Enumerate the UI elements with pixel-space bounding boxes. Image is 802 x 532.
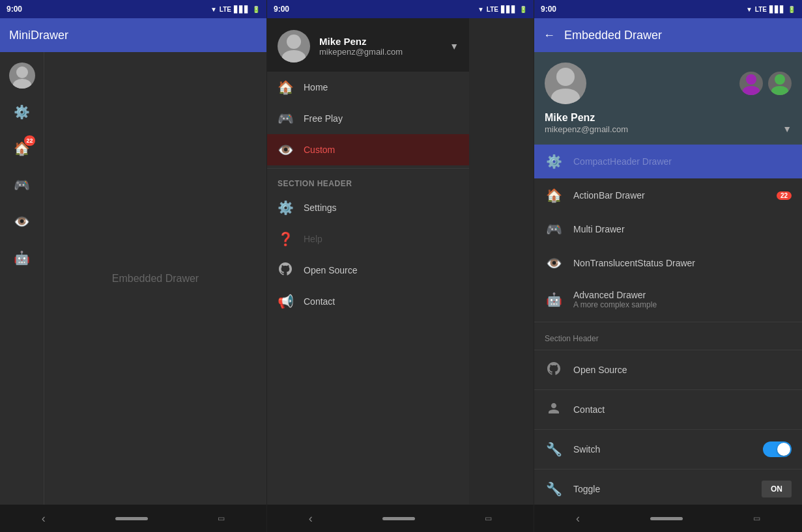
- drawer-user-email: mikepenz@gmail.com: [319, 47, 440, 57]
- svg-point-6: [746, 74, 756, 85]
- rail-item-home[interactable]: 🏠 22: [7, 133, 38, 164]
- nav-item-freeplay[interactable]: 🎮 Free Play: [267, 103, 469, 134]
- battery-icon: 🔋: [252, 6, 260, 13]
- nav-item-settings[interactable]: ⚙️ Settings: [267, 192, 469, 223]
- status-bar-2: 9:00 ▼ LTE ▋▋▋ 🔋: [267, 0, 534, 18]
- time-3: 9:00: [541, 5, 556, 14]
- nav-label-multidrawer: Multi Drawer: [573, 224, 792, 234]
- badge-actionbar: 22: [777, 191, 792, 200]
- nav-label-contact: Contact: [304, 296, 335, 307]
- avatar: [9, 63, 35, 89]
- gear-icon: ⚙️: [14, 104, 30, 120]
- nav-label-home: Home: [304, 82, 328, 92]
- avatar-small-2[interactable]: [768, 72, 792, 95]
- home-indicator-3[interactable]: [650, 517, 683, 520]
- drawer-header: Mike Penz mikepenz@gmail.com ▼: [267, 18, 469, 72]
- nav-label-nontranslucent: NonTranslucentStatus Drawer: [573, 258, 792, 268]
- mini-rail: ⚙️ 🏠 22 🎮 👁️ 🤖: [0, 52, 44, 505]
- megaphone-nav-icon: 📢: [278, 294, 293, 309]
- embedded-nav-actionbar[interactable]: 🏠 ActionBar Drawer 22: [534, 178, 802, 212]
- signal-icon-2: ▋▋▋: [501, 6, 517, 13]
- nav-item-opensource[interactable]: Open Source: [267, 255, 469, 286]
- status-bar-3: 9:00 ▼ LTE ▋▋▋ 🔋: [534, 0, 802, 18]
- embedded-nav-multidrawer[interactable]: 🎮 Multi Drawer: [534, 212, 802, 246]
- divider-3: [534, 322, 802, 322]
- toggle-on-button[interactable]: ON: [762, 481, 792, 497]
- embedded-nav-nontranslucent[interactable]: 👁️ NonTranslucentStatus Drawer: [534, 246, 802, 280]
- embedded-nav-toggle[interactable]: 🔧 Toggle ON: [534, 472, 802, 505]
- rail-item-avatar[interactable]: [7, 60, 38, 91]
- embedded-body: Mike Penz mikepenz@gmail.com ▼ ⚙️ Compac…: [534, 52, 802, 505]
- embedded-nav-contact[interactable]: Contact: [534, 393, 802, 427]
- recents-nav-btn-1[interactable]: ▭: [205, 509, 238, 528]
- back-nav-btn-2[interactable]: ‹: [296, 507, 326, 531]
- svg-point-2: [287, 35, 301, 49]
- back-button-3[interactable]: ←: [543, 29, 555, 42]
- rail-item-eye[interactable]: 👁️: [7, 206, 38, 237]
- nav-item-contact[interactable]: 📢 Contact: [267, 286, 469, 317]
- embedded-section-header: Section Header: [534, 325, 802, 347]
- chevron-down-icon[interactable]: ▼: [450, 41, 459, 51]
- svg-point-1: [13, 79, 31, 89]
- home-nav-icon: 🏠: [278, 79, 293, 95]
- back-nav-btn-1[interactable]: ‹: [29, 507, 59, 531]
- divider-3c: [534, 389, 802, 390]
- svg-point-3: [282, 50, 306, 63]
- embedded-user-name: Mike Penz: [545, 112, 792, 124]
- robot-embedded-icon: 🤖: [545, 292, 563, 307]
- battery-icon-2: 🔋: [519, 6, 527, 13]
- embedded-nav-opensource[interactable]: Open Source: [534, 353, 802, 387]
- toolbar-1: MiniDrawer: [0, 18, 266, 52]
- section-header-1: Section Header: [267, 171, 469, 192]
- embedded-nav-switch[interactable]: 🔧 Switch: [534, 432, 802, 466]
- embedded-email-row: mikepenz@gmail.com ▼: [545, 124, 792, 134]
- signal-icon: ▋▋▋: [234, 6, 250, 13]
- drawer: Mike Penz mikepenz@gmail.com ▼ 🏠 Home 🎮 …: [267, 18, 469, 505]
- recents-nav-btn-2[interactable]: ▭: [472, 509, 505, 528]
- rail-item-settings[interactable]: ⚙️: [7, 96, 38, 128]
- home-embedded-icon: 🏠: [545, 188, 563, 203]
- wrench-toggle-icon: 🔧: [545, 481, 563, 497]
- home-indicator-2[interactable]: [382, 517, 415, 520]
- avatar-small-1[interactable]: [739, 72, 763, 95]
- switch-toggle[interactable]: [763, 441, 792, 457]
- nav-label-custom: Custom: [304, 145, 335, 155]
- nav-drawer-body: Mike Penz mikepenz@gmail.com ▼ 🏠 Home 🎮 …: [267, 18, 534, 505]
- status-icons-1: ▼ LTE ▋▋▋ 🔋: [210, 6, 260, 13]
- drawer-content: 🏠 Home 🎮 Free Play 👁️ Custom Section Hea…: [267, 72, 469, 505]
- embedded-user-email: mikepenz@gmail.com: [545, 124, 628, 134]
- nav-item-custom[interactable]: 👁️ Custom: [267, 134, 469, 165]
- nav-label-contact-3: Contact: [573, 404, 792, 415]
- svg-point-7: [743, 86, 760, 95]
- time-1: 9:00: [7, 5, 22, 14]
- embedded-drawer-label: Embedded Drawer: [112, 273, 199, 285]
- nav-bar-3: ‹ ▭: [534, 505, 802, 532]
- drawer-user-name: Mike Penz: [319, 36, 440, 47]
- gamepad-icon: 🎮: [14, 177, 30, 193]
- status-icons-2: ▼ LTE ▋▋▋ 🔋: [478, 6, 527, 13]
- wifi-icon-2: ▼: [478, 6, 484, 13]
- home-indicator-1[interactable]: [115, 517, 148, 520]
- battery-icon-3: 🔋: [788, 6, 795, 13]
- embedded-avatar-large[interactable]: [545, 63, 586, 104]
- back-nav-btn-3[interactable]: ‹: [563, 507, 593, 531]
- wifi-icon-3: ▼: [746, 6, 752, 13]
- nav-drawer-panel: 9:00 ▼ LTE ▋▋▋ 🔋 Mike Penz mikepenz@gmai…: [267, 0, 534, 532]
- avatar-group: [739, 72, 792, 95]
- recents-nav-btn-3[interactable]: ▭: [740, 509, 773, 528]
- drawer-avatar[interactable]: [278, 30, 310, 63]
- nav-item-home[interactable]: 🏠 Home: [267, 72, 469, 103]
- gear-nav-icon: ⚙️: [278, 200, 293, 216]
- divider-3e: [534, 469, 802, 469]
- embedded-nav-advanced[interactable]: 🤖 Advanced Drawer A more complex sample: [534, 280, 802, 319]
- badge-22: 22: [24, 135, 35, 146]
- embedded-header-top: [545, 63, 792, 104]
- rail-item-robot[interactable]: 🤖: [7, 242, 38, 273]
- embedded-nav-compactheader[interactable]: ⚙️ CompactHeader Drawer: [534, 145, 802, 178]
- svg-point-0: [16, 66, 28, 78]
- nav-label-toggle: Toggle: [573, 484, 751, 494]
- chevron-down-icon-3[interactable]: ▼: [782, 124, 792, 134]
- nav-item-help[interactable]: ❓ Help: [267, 223, 469, 255]
- rail-item-gamepad[interactable]: 🎮: [7, 169, 38, 201]
- nav-label-opensource-3: Open Source: [573, 365, 792, 375]
